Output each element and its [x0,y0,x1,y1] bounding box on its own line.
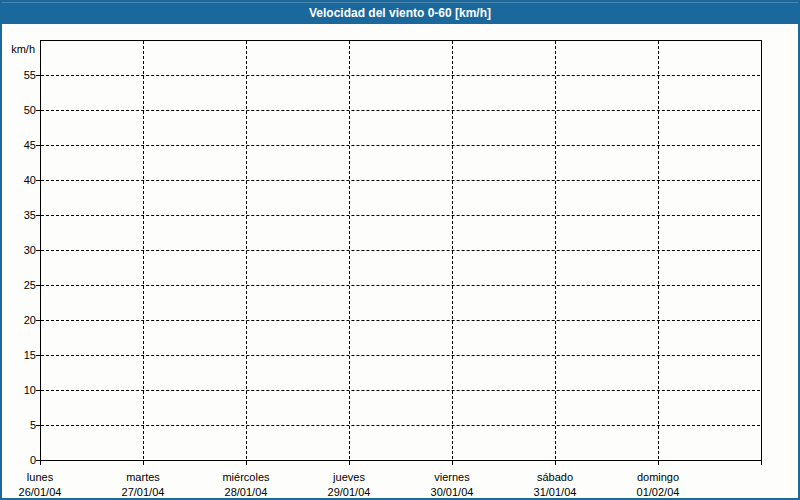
day-date-label: 26/01/04 [0,485,85,500]
y-axis-tick-label: 20 [2,314,36,326]
day-name-label: martes [98,470,188,485]
day-date-label: 28/01/04 [201,485,291,500]
y-axis-tick [36,180,41,181]
y-axis-tick [36,75,41,76]
x-axis-day-label: martes27/01/04 [98,470,188,500]
chart-title-bar: Velocidad del viento 0-60 [km/h] [2,2,798,24]
y-axis-tick [36,250,41,251]
x-gridline [555,41,556,459]
day-date-label: 30/01/04 [407,485,497,500]
x-gridline [658,41,659,459]
y-axis-tick-label: 10 [2,384,36,396]
x-axis-tick [658,461,659,465]
y-gridline [41,215,760,216]
y-gridline [41,250,760,251]
y-axis-tick [36,110,41,111]
y-gridline [41,425,760,426]
x-axis-day-label: domingo01/02/04 [613,470,703,500]
y-gridline [41,355,760,356]
x-axis-tick [40,461,41,465]
y-gridline [41,145,760,146]
y-axis-tick-label: 40 [2,174,36,186]
x-axis-day-label: jueves29/01/04 [304,470,394,500]
y-gridline [41,110,760,111]
y-axis-tick [36,425,41,426]
y-axis-tick-label: 45 [2,139,36,151]
y-axis-tick-label: 35 [2,209,36,221]
y-gridline [41,180,760,181]
x-axis-tick [761,461,762,465]
day-date-label: 29/01/04 [304,485,394,500]
day-date-label: 01/02/04 [613,485,703,500]
y-gridline [41,390,760,391]
y-axis-tick-label: 25 [2,279,36,291]
x-axis-day-label: viernes30/01/04 [407,470,497,500]
y-axis-tick [36,390,41,391]
y-axis-tick [36,355,41,356]
x-axis-tick [349,461,350,465]
x-gridline [349,41,350,459]
x-axis-tick [452,461,453,465]
y-axis-tick-label: 50 [2,104,36,116]
day-name-label: miércoles [201,470,291,485]
chart-title: Velocidad del viento 0-60 [km/h] [2,3,798,23]
day-name-label: jueves [304,470,394,485]
x-axis-tick [143,461,144,465]
y-gridline [41,285,760,286]
x-axis-tick [246,461,247,465]
y-axis-tick-label: 30 [2,244,36,256]
day-date-label: 27/01/04 [98,485,188,500]
x-gridline [452,41,453,459]
day-name-label: viernes [407,470,497,485]
day-date-label: 31/01/04 [510,485,600,500]
day-name-label: sábado [510,470,600,485]
y-axis-tick-label: 55 [2,69,36,81]
y-gridline [41,75,760,76]
y-axis-tick [36,215,41,216]
y-axis-tick [36,285,41,286]
y-axis-tick [36,320,41,321]
x-axis-tick [555,461,556,465]
y-axis-unit-label: km/h [2,43,35,55]
x-axis-day-label: lunes26/01/04 [0,470,85,500]
x-axis-day-label: sábado31/01/04 [510,470,600,500]
x-gridline [143,41,144,459]
y-gridline [41,320,760,321]
y-axis-tick-label: 5 [2,419,36,431]
x-gridline [246,41,247,459]
y-axis-tick [36,145,41,146]
x-axis-day-label: miércoles28/01/04 [201,470,291,500]
day-name-label: lunes [0,470,85,485]
y-axis-tick-label: 0 [2,454,36,466]
day-name-label: domingo [613,470,703,485]
wind-speed-chart-widget: Velocidad del viento 0-60 [km/h] km/h 05… [0,0,800,500]
y-axis-tick-label: 15 [2,349,36,361]
